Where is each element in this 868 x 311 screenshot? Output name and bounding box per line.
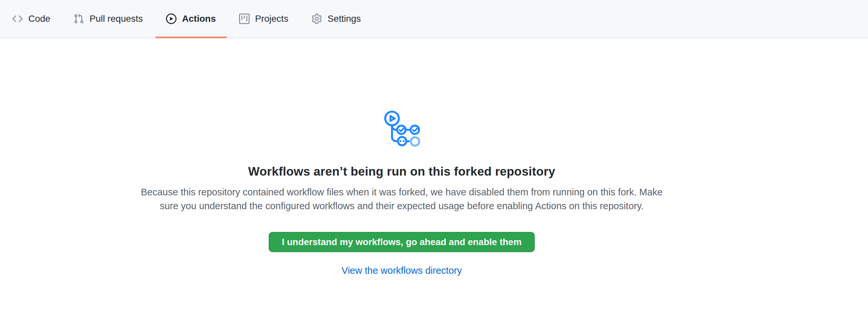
actions-disabled-blankslate: Workflows aren’t being run on this forke… [0,38,803,276]
tab-projects[interactable]: Projects [228,0,299,37]
description-line-2: sure you understand the configured workf… [160,200,644,211]
tab-settings-label: Settings [328,14,361,23]
project-icon [239,13,250,24]
tab-settings[interactable]: Settings [301,0,371,37]
blankslate-heading: Workflows aren’t being run on this forke… [248,165,556,179]
gear-icon [311,13,322,24]
tab-actions[interactable]: Actions [155,0,226,37]
blankslate-description: Because this repository contained workfl… [141,185,663,213]
tab-code-label: Code [28,14,51,23]
tab-pull-requests-label: Pull requests [90,14,143,23]
repo-tab-bar: Code Pull requests Actions Projects Sett… [0,0,868,38]
tab-pull-requests[interactable]: Pull requests [63,0,153,37]
enable-workflows-button[interactable]: I understand my workflows, go ahead and … [269,232,535,252]
tab-projects-label: Projects [255,14,288,23]
play-icon [166,13,177,24]
description-line-1: Because this repository contained workfl… [141,187,663,197]
code-icon [12,13,23,24]
workflow-graph-icon [382,110,421,148]
git-pull-request-icon [73,13,84,24]
view-workflows-directory-link[interactable]: View the workflows directory [341,265,462,276]
tab-actions-label: Actions [182,14,216,23]
tab-code[interactable]: Code [2,0,61,37]
